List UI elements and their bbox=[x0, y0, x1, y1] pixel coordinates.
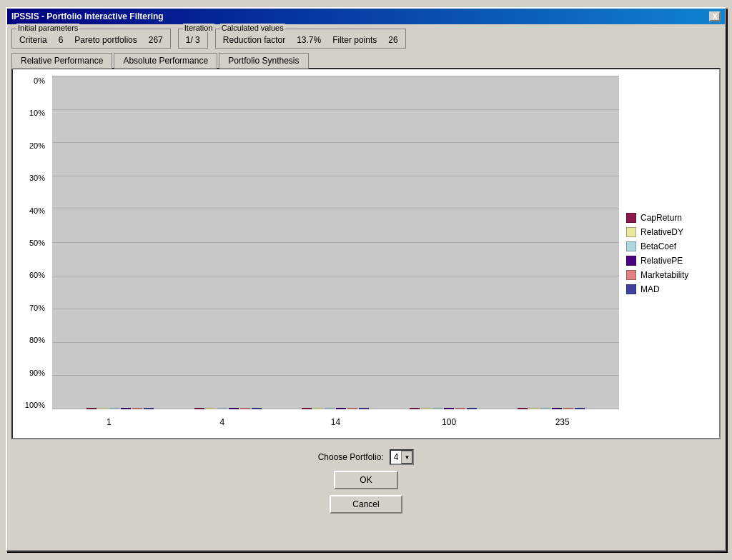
chart-container: 100%90%80%70%60%50%40%30%20%10%0% 141410… bbox=[11, 68, 721, 439]
bar-group bbox=[410, 408, 477, 409]
bar-relativepe bbox=[444, 408, 454, 409]
portfolio-select-arrow[interactable]: ▼ bbox=[401, 451, 412, 464]
bar-betacoef bbox=[432, 408, 442, 409]
x-label: 14 bbox=[307, 417, 364, 427]
y-label: 20% bbox=[29, 141, 45, 150]
cancel-button[interactable]: Cancel bbox=[330, 495, 402, 514]
tab-relative-performance[interactable]: Relative Performance bbox=[11, 53, 112, 69]
bar-betacoef bbox=[109, 408, 119, 409]
bar-group bbox=[194, 408, 262, 409]
reduction-label: Reduction factor bbox=[223, 35, 285, 45]
y-label: 70% bbox=[29, 304, 45, 312]
tab-absolute-performance[interactable]: Absolute Performance bbox=[114, 53, 217, 69]
legend-color-relativepe bbox=[626, 256, 636, 266]
legend-label-relativedy: RelativeDY bbox=[640, 227, 683, 237]
x-labels: 1414100235 bbox=[52, 417, 619, 427]
calculated-group: Calculated values Reduction factor 13.7%… bbox=[215, 29, 406, 49]
portfolio-chooser: Choose Portfolio: 4 ▼ bbox=[318, 449, 415, 465]
chart-area: 100%90%80%70%60%50%40%30%20%10%0% 141410… bbox=[20, 76, 712, 431]
x-label: 235 bbox=[534, 417, 591, 427]
y-label: 10% bbox=[29, 109, 45, 117]
bar-capreturn bbox=[302, 408, 312, 409]
legend-color-marketability bbox=[626, 270, 636, 280]
legend-label-betacoef: BetaCoef bbox=[640, 241, 676, 251]
x-label: 4 bbox=[194, 417, 251, 427]
bar-mad bbox=[467, 408, 477, 409]
pareto-label: Pareto portfolios bbox=[74, 35, 137, 45]
bar-marketability bbox=[563, 408, 573, 409]
y-label: 60% bbox=[29, 271, 45, 279]
initial-params-label: Initial parameters bbox=[16, 24, 79, 32]
legend-item-betacoef: BetaCoef bbox=[626, 241, 705, 251]
iteration-value: 1/ 3 bbox=[186, 35, 200, 45]
bar-capreturn bbox=[194, 408, 204, 409]
y-axis: 100%90%80%70%60%50%40%30%20%10%0% bbox=[20, 76, 49, 409]
bar-relativepe bbox=[552, 408, 562, 409]
bar-mad bbox=[252, 408, 262, 409]
bar-group bbox=[518, 408, 585, 409]
legend-item-mad: MAD bbox=[626, 284, 705, 294]
chart-main: 100%90%80%70%60%50%40%30%20%10%0% 141410… bbox=[20, 76, 619, 431]
y-label: 100% bbox=[25, 401, 45, 409]
portfolio-select-value: 4 bbox=[391, 451, 402, 464]
initial-params-group: Initial parameters Criteria 6 Pareto por… bbox=[11, 29, 171, 49]
bar-relativepe bbox=[121, 408, 131, 409]
bar-mad bbox=[359, 408, 369, 409]
choose-portfolio-label: Choose Portfolio: bbox=[318, 452, 384, 462]
bar-group bbox=[302, 408, 369, 409]
bar-betacoef bbox=[217, 408, 227, 409]
x-label: 1 bbox=[80, 417, 137, 427]
legend-item-marketability: Marketability bbox=[626, 270, 705, 280]
bar-relativedy bbox=[98, 408, 108, 409]
main-window: IPSSIS - Portfolio Interactive Filtering… bbox=[6, 7, 726, 551]
iteration-label: Iteration bbox=[183, 24, 214, 32]
y-label: 40% bbox=[29, 206, 45, 215]
y-label: 80% bbox=[29, 336, 45, 344]
legend-color-betacoef bbox=[626, 241, 636, 251]
bar-capreturn bbox=[86, 408, 97, 409]
pareto-value: 267 bbox=[149, 35, 163, 45]
criteria-value: 6 bbox=[59, 35, 64, 45]
legend-color-relativedy bbox=[626, 227, 636, 237]
bar-marketability bbox=[132, 408, 142, 409]
bar-relativedy bbox=[313, 408, 323, 409]
tab-portfolio-synthesis[interactable]: Portfolio Synthesis bbox=[219, 53, 308, 69]
ok-button[interactable]: OK bbox=[334, 471, 398, 489]
legend-item-relativepe: RelativePE bbox=[626, 256, 705, 266]
legend-item-capreturn: CapReturn bbox=[626, 213, 705, 223]
bar-mad bbox=[575, 408, 585, 409]
criteria-label: Criteria bbox=[19, 35, 47, 45]
y-label: 30% bbox=[29, 174, 45, 182]
legend-label-mad: MAD bbox=[640, 284, 660, 294]
portfolio-select[interactable]: 4 ▼ bbox=[390, 449, 415, 465]
close-button[interactable]: X bbox=[709, 11, 721, 21]
x-label: 100 bbox=[420, 417, 478, 427]
bar-marketability bbox=[240, 408, 250, 409]
calculated-label: Calculated values bbox=[220, 24, 285, 32]
iteration-group: Iteration 1/ 3 bbox=[178, 29, 208, 49]
bar-betacoef bbox=[325, 408, 335, 409]
y-label: 90% bbox=[29, 369, 45, 377]
bottom-controls: Choose Portfolio: 4 ▼ OK Cancel bbox=[11, 446, 721, 516]
reduction-value: 13.7% bbox=[297, 35, 321, 45]
bar-groups bbox=[52, 76, 619, 409]
chart-plot bbox=[52, 76, 619, 409]
bar-relativedy bbox=[421, 408, 431, 409]
y-label: 0% bbox=[34, 76, 45, 85]
title-bar: IPSSIS - Portfolio Interactive Filtering… bbox=[7, 9, 725, 24]
legend-item-relativedy: RelativeDY bbox=[626, 227, 705, 237]
bar-capreturn bbox=[518, 408, 528, 409]
filter-label: Filter points bbox=[332, 35, 377, 45]
legend-color-capreturn bbox=[626, 213, 636, 223]
bar-betacoef bbox=[540, 408, 550, 409]
bar-marketability bbox=[455, 408, 465, 409]
bar-capreturn bbox=[410, 408, 420, 409]
legend-color-mad bbox=[626, 284, 636, 294]
tab-bar: Relative Performance Absolute Performanc… bbox=[11, 53, 721, 69]
bar-marketability bbox=[347, 408, 357, 409]
bar-mad bbox=[144, 408, 154, 409]
legend-label-relativepe: RelativePE bbox=[640, 256, 683, 266]
params-row: Initial parameters Criteria 6 Pareto por… bbox=[11, 29, 721, 49]
bar-relativepe bbox=[336, 408, 346, 409]
bar-group bbox=[86, 408, 154, 409]
